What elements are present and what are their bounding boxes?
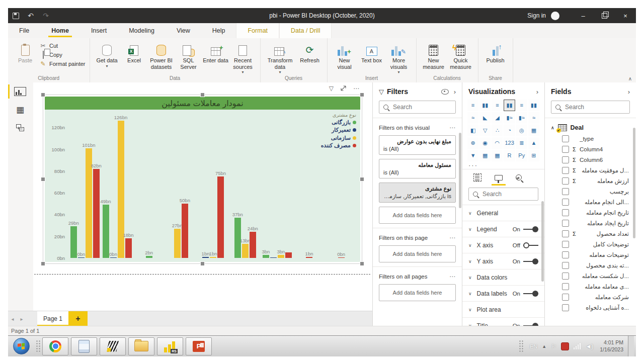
field-row[interactable]: تاریخ انجام معامله [545, 207, 636, 218]
field-row[interactable]: Σ Column4 [545, 144, 636, 154]
page-tab[interactable]: Page 1 [37, 311, 68, 326]
visual-type-icon[interactable]: ≈ [467, 112, 478, 124]
scrollbar[interactable] [633, 128, 635, 238]
menu-tab[interactable]: Help [201, 23, 236, 38]
format-section[interactable]: ∨ Legend On [462, 221, 544, 237]
collapse-pane-icon[interactable]: › [536, 88, 538, 96]
visual-type-icon[interactable]: Py [516, 150, 527, 161]
enter-data-button[interactable]: + Enter data [203, 40, 229, 64]
chrome-taskbar-button[interactable] [42, 337, 68, 355]
power-bi-datasets-button[interactable]: Power BI datasets [148, 40, 175, 70]
bar[interactable] [270, 257, 277, 258]
resize-handle[interactable] [200, 261, 205, 266]
field-checkbox[interactable] [562, 273, 569, 280]
report-canvas[interactable]: ▽ ⋯ نمودار معاملات مسئولین نوع مشتری باز… [33, 82, 372, 311]
menu-tab[interactable]: Insert [80, 23, 118, 38]
field-row[interactable]: ...ه آشنایی دلخواه [545, 302, 636, 313]
field-row[interactable]: ...ل شکست معامله [545, 270, 636, 281]
format-section[interactable]: ∨ General [462, 205, 544, 221]
previous-page-arrow[interactable]: ◂ [8, 311, 17, 326]
visual-type-icon[interactable]: ▮≈ [516, 112, 527, 124]
menu-tab[interactable]: Format [236, 23, 279, 38]
collapse-ribbon-button[interactable]: ∧ [628, 76, 632, 81]
field-row[interactable]: Σ تعداد محصول [545, 228, 636, 239]
app-taskbar-button[interactable] [100, 337, 126, 355]
visual-type-icon[interactable]: ▽ [479, 125, 491, 136]
tray-app-icon[interactable] [561, 342, 569, 350]
visual-type-icon[interactable]: ▦ [528, 125, 539, 136]
redo-button[interactable]: ↷ [38, 8, 53, 23]
quick-measure-button[interactable]: ϟ Quick measure [448, 40, 474, 70]
format-painter-button[interactable]: ✎Format painter [39, 60, 86, 67]
bar[interactable] [338, 257, 345, 258]
fields-search[interactable] [551, 101, 630, 114]
bar[interactable] [93, 169, 100, 258]
visual-type-icon[interactable]: ≣ [516, 137, 527, 149]
field-checkbox[interactable] [562, 251, 569, 258]
visual-type-icon[interactable]: ◠ [492, 137, 503, 149]
tab-fields[interactable] [473, 172, 481, 183]
bar[interactable] [125, 238, 132, 258]
bar[interactable] [146, 256, 152, 258]
bar[interactable] [263, 255, 269, 258]
add-data-fields-dropzone[interactable]: Add data fields here [379, 207, 456, 224]
field-row[interactable]: Σ ارزش معامله [545, 175, 636, 186]
tab-analytics[interactable] [516, 172, 522, 183]
field-row[interactable]: توضیحات کامل [545, 239, 636, 249]
field-checkbox[interactable] [562, 230, 569, 237]
visual-type-icon[interactable]: ▮▮ [479, 100, 491, 111]
scrollbar[interactable] [541, 201, 544, 282]
toggle-switch[interactable] [523, 242, 538, 248]
visual-type-icon[interactable]: ▦ [492, 150, 503, 161]
show-hidden-icons[interactable]: ▲ [542, 344, 546, 349]
field-checkbox[interactable] [562, 220, 569, 227]
more-options-icon[interactable]: ⋯ [449, 234, 456, 241]
resize-handle[interactable] [41, 261, 45, 266]
table-deal[interactable]: ∧ ✔ Deal [545, 120, 636, 133]
visual-type-icon[interactable]: 123 [504, 137, 515, 149]
filters-search-input[interactable] [392, 103, 462, 111]
menu-tab[interactable]: Data / Drill [279, 23, 332, 38]
bar[interactable] [103, 205, 109, 258]
visual-type-icon[interactable]: ⊞ [528, 150, 539, 161]
field-checkbox[interactable] [562, 209, 569, 216]
field-checkbox[interactable] [562, 156, 569, 163]
field-checkbox[interactable] [562, 294, 569, 301]
field-checkbox[interactable] [562, 188, 569, 195]
paste-button[interactable]: Paste [12, 40, 38, 64]
add-data-fields-dropzone[interactable]: Add data fields here [379, 245, 456, 262]
field-row[interactable]: تاریخ ایجاد معامله [545, 218, 636, 228]
report-server-taskbar-button[interactable]: RS [157, 337, 183, 355]
visual-type-icon[interactable]: ▮▮ [528, 100, 539, 111]
bar[interactable] [278, 255, 284, 258]
resize-handle[interactable] [360, 177, 364, 182]
toggle-switch[interactable] [523, 258, 538, 264]
visual-type-icon[interactable]: ▼ [467, 150, 478, 161]
visual-type-icon[interactable]: ▮▮ [504, 100, 515, 111]
minimize-button[interactable]: – [573, 8, 594, 23]
filter-card[interactable]: مبلغ نهایی بدون عوارض is (All) [379, 135, 456, 155]
sql-server-button[interactable]: SQL Server [176, 40, 202, 70]
resize-handle[interactable] [360, 261, 364, 266]
format-search[interactable] [468, 188, 538, 201]
new-measure-button[interactable]: New measure [421, 40, 447, 70]
bar[interactable] [242, 244, 249, 258]
more-options-icon[interactable]: ⋯ [353, 85, 359, 92]
explorer-taskbar-button[interactable] [128, 337, 154, 355]
model-view-button[interactable] [13, 121, 27, 135]
bar[interactable] [70, 226, 77, 258]
menu-tab[interactable]: Modeling [118, 23, 166, 38]
add-data-fields-dropzone[interactable]: Add data fields here [379, 284, 456, 301]
more-options-icon[interactable]: ⋯ [449, 124, 456, 131]
field-checkbox[interactable] [562, 241, 569, 248]
sign-in-button[interactable]: Sign in [527, 12, 546, 19]
new-page-button[interactable]: + [68, 311, 88, 326]
resize-handle[interactable] [41, 177, 45, 182]
data-view-button[interactable]: ▦ [13, 103, 27, 117]
bar-chart-visual[interactable]: نمودار معاملات مسئولین نوع مشتری بازرگان… [43, 95, 362, 264]
publish-button[interactable]: ↑ Publish [482, 40, 509, 64]
field-row[interactable]: ...ی معامله معامله [545, 281, 636, 292]
visual-type-icon[interactable]: ◢ [492, 112, 503, 124]
visual-type-icon[interactable]: ∴ [492, 125, 503, 136]
more-options-icon[interactable]: ⋯ [449, 273, 456, 280]
